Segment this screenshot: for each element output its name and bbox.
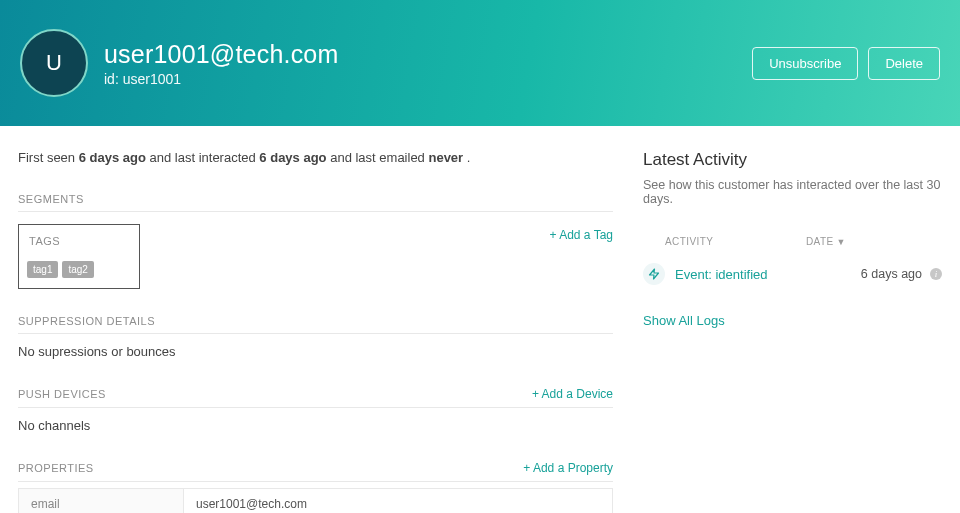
profile-header: U user1001@tech.com id: user1001 Unsubsc… bbox=[0, 0, 960, 126]
date-column-label[interactable]: DATE▼ bbox=[806, 236, 936, 247]
tags-box: TAGS tag1 tag2 bbox=[18, 224, 140, 289]
activity-event-link[interactable]: Event: identified bbox=[675, 267, 861, 282]
tags-heading: TAGS bbox=[29, 235, 133, 247]
title-block: user1001@tech.com id: user1001 bbox=[104, 40, 338, 87]
properties-table: email user1001@tech.com id user1001 bbox=[18, 488, 613, 513]
activity-row: Event: identified 6 days ago i bbox=[643, 255, 942, 293]
table-row: email user1001@tech.com bbox=[19, 489, 613, 514]
tags-row: tag1 tag2 bbox=[27, 261, 133, 278]
last-interacted-value: 6 days ago bbox=[259, 150, 326, 165]
header-actions: Unsubscribe Delete bbox=[752, 47, 940, 80]
suppression-heading: SUPPRESSION DETAILS bbox=[18, 307, 613, 334]
add-tag-link[interactable]: + Add a Tag bbox=[549, 228, 613, 242]
activity-column-label: ACTIVITY bbox=[665, 236, 806, 247]
bolt-icon bbox=[643, 263, 665, 285]
page-title: user1001@tech.com bbox=[104, 40, 338, 69]
tags-section: TAGS tag1 tag2 + Add a Tag bbox=[18, 212, 613, 307]
latest-activity-subtitle: See how this customer has interacted ove… bbox=[643, 178, 942, 206]
info-icon[interactable]: i bbox=[930, 268, 942, 280]
tag-chip[interactable]: tag1 bbox=[27, 261, 58, 278]
latest-activity-title: Latest Activity bbox=[643, 150, 942, 170]
last-emailed-value: never bbox=[428, 150, 463, 165]
activity-date: 6 days ago bbox=[861, 267, 922, 281]
property-key: email bbox=[19, 489, 184, 514]
svg-marker-0 bbox=[650, 269, 659, 279]
avatar-letter: U bbox=[46, 50, 62, 76]
show-all-logs-link[interactable]: Show All Logs bbox=[643, 313, 725, 328]
first-seen-value: 6 days ago bbox=[79, 150, 146, 165]
profile-left-column: First seen 6 days ago and last interacte… bbox=[18, 150, 613, 513]
tag-chip[interactable]: tag2 bbox=[62, 261, 93, 278]
add-property-link[interactable]: + Add a Property bbox=[523, 461, 613, 475]
activity-table-header: ACTIVITY DATE▼ bbox=[643, 236, 942, 255]
add-device-link[interactable]: + Add a Device bbox=[532, 387, 613, 401]
overview-line: First seen 6 days ago and last interacte… bbox=[18, 150, 613, 165]
push-heading: PUSH DEVICES + Add a Device bbox=[18, 379, 613, 408]
latest-activity-column: Latest Activity See how this customer ha… bbox=[643, 150, 942, 513]
suppression-body: No supressions or bounces bbox=[18, 334, 613, 379]
unsubscribe-button[interactable]: Unsubscribe bbox=[752, 47, 858, 80]
push-body: No channels bbox=[18, 408, 613, 453]
property-value: user1001@tech.com bbox=[184, 489, 613, 514]
page-subtitle: id: user1001 bbox=[104, 71, 338, 87]
sort-desc-icon: ▼ bbox=[837, 237, 846, 247]
avatar: U bbox=[20, 29, 88, 97]
properties-heading: PROPERTIES + Add a Property bbox=[18, 453, 613, 482]
delete-button[interactable]: Delete bbox=[868, 47, 940, 80]
segments-heading: SEGMENTS bbox=[18, 185, 613, 212]
